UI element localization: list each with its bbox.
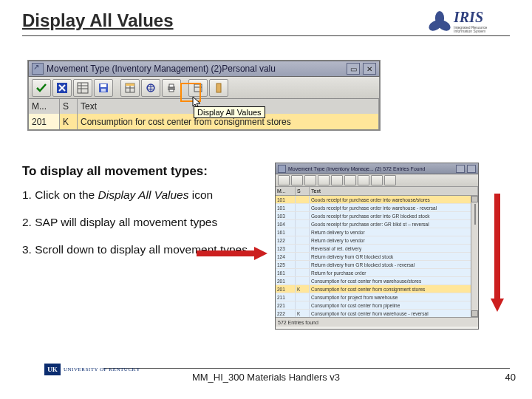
table-row[interactable]: 122Return delivery to vendor: [276, 236, 478, 245]
title-divider: [22, 35, 510, 36]
table-row[interactable]: 103Goods receipt for purchase order into…: [276, 212, 478, 220]
cell-t: Consumption for cost center from warehou…: [310, 277, 478, 284]
status-text: 572 Entries found: [278, 320, 318, 325]
cell-m: 101: [276, 204, 296, 211]
cell-t: Consumption for cost center from pipelin…: [310, 301, 478, 309]
save-icon[interactable]: [94, 79, 113, 97]
sap-popup-window: Movement Type (Inventory Management) (2)…: [28, 61, 380, 130]
cell-t: Goods receipt for purchase order into wa…: [310, 196, 478, 203]
cell-t: Consumption for project from warehouse: [310, 293, 478, 301]
table-row[interactable]: 124Return delivery from GR blocked stock: [276, 253, 478, 261]
cell-m: 161: [276, 269, 296, 276]
slide-title-text: Display All Values: [22, 10, 174, 30]
cell-m: 222: [276, 310, 296, 317]
cell-t: Return delivery from GR blocked stock - …: [310, 261, 478, 268]
layout-grid-icon[interactable]: [120, 79, 140, 97]
cell-m: 103: [276, 212, 296, 219]
close-button[interactable]: ✕: [363, 63, 376, 75]
expand-icon[interactable]: [371, 175, 383, 185]
cell-m: 211: [276, 293, 296, 301]
cell-s: [296, 301, 310, 309]
col-header-movement[interactable]: M...: [29, 99, 60, 114]
cell-s: K: [296, 285, 310, 293]
cell-s: [296, 196, 310, 203]
table-row[interactable]: 104Goods receipt for purchase order: GR …: [276, 220, 478, 228]
cell-m: 101: [276, 196, 296, 203]
svg-rect-12: [194, 84, 202, 92]
table-row[interactable]: 222KConsumption for cost center from war…: [276, 310, 478, 317]
table-row[interactable]: 201Consumption for cost center from ware…: [276, 277, 478, 285]
table-row[interactable]: 221Consumption for cost center from pipe…: [276, 301, 478, 310]
cell-t: Return for purchase order: [310, 269, 478, 276]
minimize-button[interactable]: [456, 165, 465, 173]
cell-s: [296, 261, 310, 268]
col-header-special[interactable]: S: [60, 99, 78, 114]
minimize-button[interactable]: ▭: [347, 63, 360, 75]
page-number: 40: [505, 372, 516, 383]
cell-t: Goods receipt for purchase order: GR blk…: [310, 220, 478, 228]
cell-s: [296, 277, 310, 284]
table-row[interactable]: 125Return delivery from GR blocked stock…: [276, 261, 478, 269]
close-button[interactable]: [467, 165, 476, 173]
cell-t: Consumption for cost center from warehou…: [310, 310, 478, 317]
arrow-right-icon: [197, 247, 267, 260]
sap2-column-headers: M... S Text: [276, 187, 478, 196]
cancel-icon[interactable]: [291, 175, 303, 185]
cell-s: [296, 253, 310, 260]
table-row[interactable]: 161Return for purchase order: [276, 269, 478, 277]
expand-icon[interactable]: [188, 79, 208, 97]
tooltip-text: Display All Values: [197, 108, 262, 117]
footer-divider: [103, 368, 510, 369]
settings-grid-icon[interactable]: [304, 175, 316, 185]
cell-s: [296, 293, 310, 301]
col-header-text[interactable]: Text: [310, 187, 478, 195]
table-row[interactable]: 101Goods receipt for purchase order into…: [276, 204, 478, 212]
cancel-icon[interactable]: [52, 79, 72, 97]
display-all-values-icon[interactable]: [344, 175, 356, 185]
check-icon[interactable]: [278, 175, 290, 185]
table-row[interactable]: 161Return delivery to vendor: [276, 228, 478, 236]
collapse-icon[interactable]: [209, 79, 228, 97]
check-icon[interactable]: [32, 79, 51, 97]
status-bar: 572 Entries found: [276, 317, 478, 327]
list-item: 1. Click on the Display All Values icon: [22, 188, 266, 203]
collapse-icon[interactable]: [384, 175, 396, 185]
svg-rect-10: [169, 84, 174, 87]
sap2-toolbar: [276, 174, 478, 187]
layout-grid-icon[interactable]: [331, 175, 343, 185]
sap-title-text: Movement Type (Inventory Management) (2)…: [47, 64, 344, 74]
scrollbar[interactable]: [471, 196, 478, 317]
cell-movement: 201: [29, 114, 60, 129]
scroll-thumb[interactable]: [474, 204, 476, 225]
cell-special: K: [60, 114, 78, 129]
col-header-special[interactable]: S: [296, 187, 310, 195]
window-restore-icon[interactable]: [32, 63, 44, 75]
cell-s: [296, 204, 310, 211]
cell-t: Goods receipt for purchase order into GR…: [310, 212, 478, 219]
cell-s: [296, 228, 310, 236]
iris-logo: IRIS Integrated Resource Information Sys…: [429, 6, 510, 35]
table-row[interactable]: 123Reversal of ret. delivery: [276, 245, 478, 253]
window-restore-icon[interactable]: [278, 165, 286, 173]
table-row[interactable]: 201KConsumption for cost center from con…: [276, 285, 478, 293]
sap2-title-text: Movement Type (Inventory Manage... (2) 5…: [288, 166, 454, 171]
svg-rect-1: [78, 83, 88, 93]
print-icon[interactable]: [162, 79, 181, 97]
save-icon[interactable]: [318, 175, 330, 185]
settings-grid-icon[interactable]: [73, 79, 92, 97]
table-row[interactable]: 211Consumption for project from warehous…: [276, 293, 478, 301]
cell-m: 123: [276, 245, 296, 252]
tooltip: Display All Values: [194, 106, 265, 118]
scroll-down-button[interactable]: [471, 310, 478, 317]
display-all-values-icon[interactable]: [141, 79, 160, 97]
sap2-titlebar: Movement Type (Inventory Manage... (2) 5…: [276, 163, 478, 174]
cell-m: 161: [276, 228, 296, 236]
cell-t: Return delivery to vendor: [310, 228, 478, 236]
list-item: 2. SAP will display all movement types: [22, 215, 266, 231]
print-icon[interactable]: [358, 175, 369, 185]
cell-m: 221: [276, 301, 296, 309]
scroll-up-button[interactable]: [471, 196, 478, 202]
col-header-movement[interactable]: M...: [276, 187, 296, 195]
table-row[interactable]: 101Goods receipt for purchase order into…: [276, 196, 478, 204]
cell-t: Return delivery to vendor: [310, 236, 478, 244]
